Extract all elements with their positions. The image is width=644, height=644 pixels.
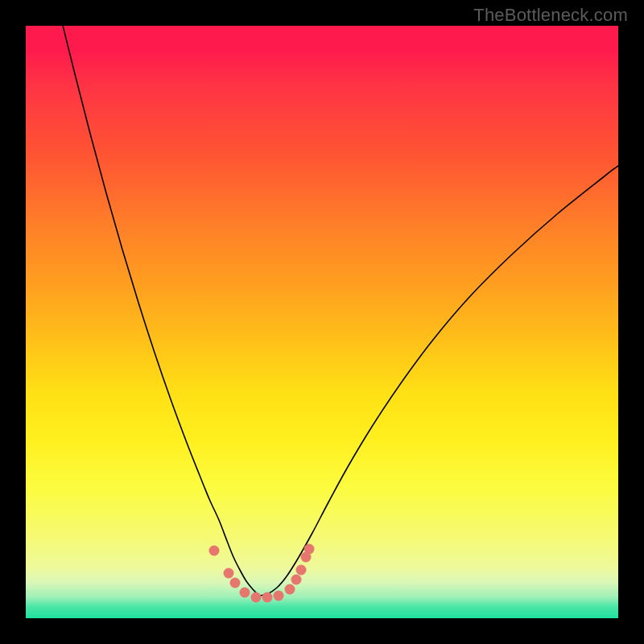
curve-right	[259, 166, 618, 596]
chart-frame: TheBottleneck.com	[0, 0, 644, 644]
watermark: TheBottleneck.com	[473, 5, 628, 26]
data-dot	[251, 592, 262, 603]
data-dot	[230, 578, 241, 588]
data-dots	[209, 544, 315, 603]
data-dot	[285, 584, 295, 595]
data-dot	[224, 568, 234, 579]
curve-left	[58, 26, 259, 596]
data-dot	[296, 565, 307, 576]
data-dot	[291, 575, 302, 585]
data-dot	[240, 588, 250, 598]
data-dot	[274, 591, 284, 601]
plot-area	[26, 26, 618, 618]
curve-layer	[26, 26, 618, 618]
data-dot	[209, 546, 220, 556]
data-dot	[262, 592, 273, 603]
data-dot	[304, 544, 315, 555]
